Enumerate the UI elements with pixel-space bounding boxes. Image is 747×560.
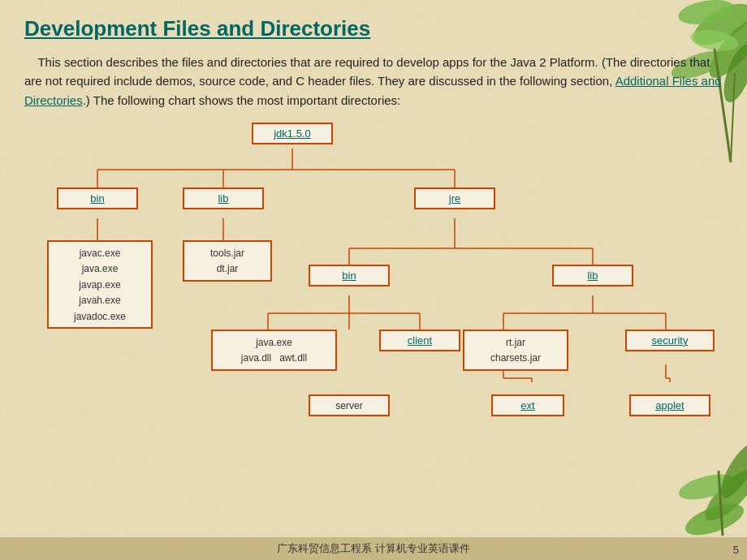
node-security: security xyxy=(625,330,715,351)
intro-paragraph: This section describes the files and dir… xyxy=(24,53,723,110)
main-content: Development Files and Directories This s… xyxy=(0,0,747,390)
node-jre: jre xyxy=(414,187,495,209)
node-server: server xyxy=(309,394,390,416)
svg-point-10 xyxy=(676,469,736,504)
svg-point-9 xyxy=(698,463,747,528)
svg-point-8 xyxy=(681,498,747,536)
svg-point-11 xyxy=(715,439,747,503)
intro-text-after: .) The following chart shows the most im… xyxy=(83,93,401,107)
node-rt-jar: rt.jarcharsets.jar xyxy=(463,330,568,371)
page: Development Files and Directories This s… xyxy=(0,0,747,560)
node-jdk150: jdk1.5.0 xyxy=(252,123,333,144)
node-bin: bin xyxy=(57,187,138,209)
node-tools: tools.jardt.jar xyxy=(183,240,272,282)
intro-text-before: This section describes the files and dir… xyxy=(24,55,710,88)
node-jre-bin: bin xyxy=(309,265,390,286)
node-lib: lib xyxy=(183,187,264,209)
node-bin-files: javac.exejava.exejavap.exejavah.exejavad… xyxy=(47,240,153,330)
node-ext: ext xyxy=(491,394,564,416)
page-title: Development Files and Directories xyxy=(24,16,723,41)
node-java-dll: java.exejava.dll awt.dll xyxy=(211,330,337,371)
svg-line-12 xyxy=(719,471,723,536)
page-number: 5 xyxy=(733,544,739,556)
node-jre-lib: lib xyxy=(552,265,633,286)
tree-diagram: jdk1.5.0 bin lib jre javac.exejava.exeja… xyxy=(24,123,723,382)
footer-text: 广东科贸信息工程系 计算机专业英语课件 xyxy=(277,542,470,554)
footer-bar: 广东科贸信息工程系 计算机专业英语课件 xyxy=(0,537,747,560)
node-applet: applet xyxy=(629,394,710,416)
node-client: client xyxy=(379,330,460,351)
